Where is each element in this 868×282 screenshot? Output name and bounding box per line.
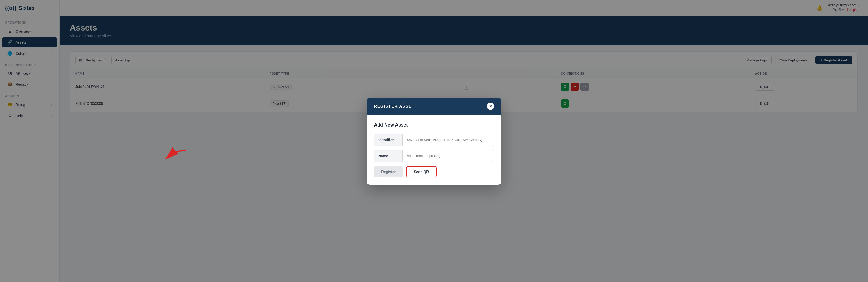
modal-overlay[interactable]: REGISTER ASSET ✕ Add New Asset Identifie… [0, 0, 868, 282]
name-field: Name [374, 150, 494, 162]
modal-header: REGISTER ASSET ✕ [367, 97, 501, 115]
scan-qr-btn-label: Scan QR [414, 170, 429, 174]
identifier-label: Identifier [374, 134, 403, 146]
identifier-input[interactable] [403, 134, 494, 146]
modal-subtitle: Add New Asset [374, 122, 494, 128]
register-asset-modal: REGISTER ASSET ✕ Add New Asset Identifie… [367, 97, 501, 185]
modal-title: REGISTER ASSET [374, 104, 414, 109]
close-icon: ✕ [489, 104, 492, 109]
register-btn-label: Register [381, 170, 396, 174]
scan-qr-button[interactable]: Scan QR [406, 166, 437, 178]
modal-body: Add New Asset Identifier Name Register S… [367, 115, 501, 185]
register-button[interactable]: Register [374, 166, 403, 178]
name-input[interactable] [403, 150, 494, 161]
identifier-field: Identifier [374, 134, 494, 146]
modal-actions: Register Scan QR [374, 166, 494, 178]
modal-close-button[interactable]: ✕ [487, 103, 494, 110]
name-label: Name [374, 150, 403, 162]
